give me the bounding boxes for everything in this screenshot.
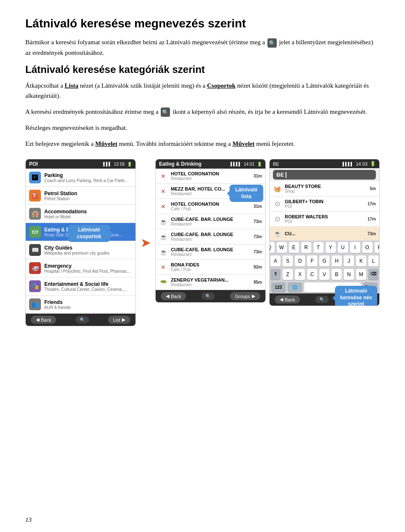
screen2-back-button[interactable]: ◀ Back	[161, 292, 186, 300]
venue-icon: ✕	[159, 202, 167, 211]
key-v[interactable]: V	[319, 269, 329, 280]
item-text: City Guides Wikipedia and premium city g…	[44, 245, 110, 255]
p2-text-1: Átkapcsolhat a	[25, 82, 65, 89]
key-g[interactable]: G	[319, 255, 329, 266]
item-sub: Hotel or Motel	[44, 215, 87, 219]
screen3-battery: 🔋	[370, 161, 376, 167]
screen3-list: 🧺 BEAUTY STORE Shop 5m ⊙ GILBERT+ TOBIN …	[270, 181, 379, 241]
key-q[interactable]: Q	[269, 242, 275, 253]
item-text: Emergency Hospital / Polyclinic, First A…	[44, 263, 131, 274]
screen1-back-button[interactable]: ◀ Back	[31, 316, 56, 324]
key-globe[interactable]: 🌐	[288, 282, 302, 292]
item-type: Restaurant	[171, 176, 250, 181]
key-r[interactable]: R	[301, 242, 311, 253]
screenshots-container: POI ▌▌▌ 13 58 🔋 🅿 Parking Coach and Lorr…	[25, 159, 380, 326]
screen1-search-button[interactable]: 🔍	[76, 316, 89, 323]
key-e[interactable]: E	[289, 242, 299, 253]
list-item[interactable]: 🧺 BEAUTY STORE Shop 5m	[270, 181, 379, 196]
key-m[interactable]: M	[356, 269, 366, 280]
key-c[interactable]: C	[307, 269, 317, 280]
key-u[interactable]: U	[338, 242, 348, 253]
list-item[interactable]: 🅿 Parking Coach and Lorry Parking, Rent …	[26, 169, 135, 187]
screen2-groups-button[interactable]: Groups ▶	[230, 292, 260, 300]
groups-label: Groups	[235, 294, 250, 299]
list-item[interactable]: ☕ CU... 73m	[270, 227, 379, 241]
list-item[interactable]: ✕ BONA FIDES Cafe / Pub 92m	[156, 260, 265, 275]
list-item[interactable]: ⊙ ROBERT WALTERS POI 17m	[270, 212, 379, 227]
arrow-divider: ➤	[139, 235, 152, 250]
key-delete[interactable]: ⌫	[368, 269, 378, 280]
list-item[interactable]: 🚑 Emergency Hospital / Polyclinic, First…	[26, 259, 135, 277]
screen3-back-button[interactable]: ◀ Back	[275, 296, 300, 304]
key-x[interactable]: X	[295, 269, 305, 280]
key-t[interactable]: T	[313, 242, 324, 253]
screen2-search-button[interactable]: 🔍	[201, 293, 215, 300]
list-item[interactable]: 🎭 Entertainment & Social life Theatre, C…	[26, 277, 135, 296]
item-name: Entertainment & Social life	[44, 281, 127, 287]
key-n[interactable]: N	[344, 269, 354, 280]
key-w[interactable]: W	[277, 242, 287, 253]
p5-end: menü fejezetet.	[254, 140, 294, 147]
item-type: Shop	[285, 189, 367, 193]
key-a[interactable]: A	[270, 255, 281, 266]
list-item[interactable]: 📖 City Guides Wikipedia and premium city…	[26, 241, 135, 259]
item-text: CUBE-CAFE. BAR. LOUNGE Restaurant	[171, 247, 250, 257]
screen-keyboard-search: BE ▌▌▌▌ 14 03 🔋 BE 🧺 BEAUTY STORE Shop 5…	[269, 159, 380, 306]
item-distance: 73m	[254, 234, 262, 239]
list-item[interactable]: 🥗 ZENERGY VEGETARIAN... Restaurant 95m	[156, 275, 265, 290]
item-type: Restaurant	[171, 282, 250, 287]
key-k[interactable]: K	[356, 255, 366, 266]
screen1-battery: 🔋	[127, 162, 132, 167]
list-item[interactable]: ⛽ Petrol Station Petrol Station	[26, 187, 135, 205]
list-item[interactable]: ☕ CUBE-CAFE. BAR. LOUNGE Restaurant 73m	[156, 245, 265, 260]
p2-lista: Lista	[65, 82, 78, 89]
list-item[interactable]: 👥 Friends AUR A friends	[26, 296, 135, 314]
screen2-title: Eating & Drinking	[159, 161, 202, 167]
screen2-footer: ◀ Back 🔍 Groups ▶	[156, 290, 265, 302]
list-item[interactable]: 🏨 Accommodations Hotel or Motel	[26, 205, 135, 223]
list-item[interactable]: ☕ CUBE-CAFE. BAR. LOUNGE Restaurant 73m	[156, 214, 265, 229]
cursor	[286, 172, 286, 178]
list-item[interactable]: ⊙ GILBERT+ TOBIN POI 17m	[270, 196, 379, 212]
key-i[interactable]: I	[350, 242, 360, 253]
screen2-time: 14 01	[244, 162, 254, 167]
p1-text-before: Bármikor a keresési folyamat során elkez…	[25, 39, 267, 46]
key-b[interactable]: B	[332, 269, 342, 280]
back-arrow-icon: ◀	[166, 293, 169, 299]
key-y[interactable]: Y	[326, 242, 336, 253]
screen2-battery: 🔋	[257, 162, 262, 167]
key-shift[interactable]: ⇧	[270, 269, 281, 280]
item-name: HOTEL CORONATION	[171, 171, 250, 176]
key-f[interactable]: F	[307, 255, 317, 266]
beauty-icon: 🧺	[273, 185, 281, 193]
key-j[interactable]: J	[344, 255, 354, 266]
item-name: BEAUTY STORE	[285, 184, 367, 189]
search-icon-inline	[267, 38, 277, 48]
item-name: Parking	[44, 172, 128, 178]
screen3-search-button[interactable]: 🔍	[315, 296, 329, 303]
key-s[interactable]: S	[283, 255, 293, 266]
key-o[interactable]: O	[362, 242, 373, 253]
screen1-list-button[interactable]: List ▶	[108, 316, 130, 324]
screen3-search-bar[interactable]: BE	[273, 170, 376, 180]
screen1-status: ▌▌▌ 13 58 🔋	[103, 162, 132, 167]
key-d[interactable]: D	[295, 255, 305, 266]
item-name: City Guides	[44, 245, 110, 251]
item-distance: 92m	[254, 265, 262, 269]
item-sub: Coach and Lorry Parking, Rent a Car Park…	[44, 178, 128, 183]
item-name: Accommodations	[44, 209, 87, 215]
item-name: CU...	[285, 231, 364, 236]
key-p[interactable]: P	[375, 242, 380, 253]
guides-icon: 📖	[29, 244, 41, 256]
screen2-signal: ▌▌▌▌	[230, 162, 241, 166]
cafe-icon: ☕	[159, 233, 167, 241]
list-item[interactable]: ☕ CUBE-CAFE. BAR. LOUNGE Restaurant 73m	[156, 229, 265, 245]
key-123[interactable]: 123	[271, 282, 286, 292]
list-item[interactable]: ✕ HOTEL CORONATION Restaurant 31m	[156, 169, 265, 184]
key-l[interactable]: L	[368, 255, 378, 266]
item-text: HOTEL CORONATION Cafe / Pub	[171, 202, 250, 211]
screen-poi-categories: POI ▌▌▌ 13 58 🔋 🅿 Parking Coach and Lorr…	[25, 159, 136, 326]
item-name: ZENERGY VEGETARIAN...	[171, 277, 250, 282]
key-h[interactable]: H	[332, 255, 342, 266]
key-z[interactable]: Z	[283, 269, 293, 280]
